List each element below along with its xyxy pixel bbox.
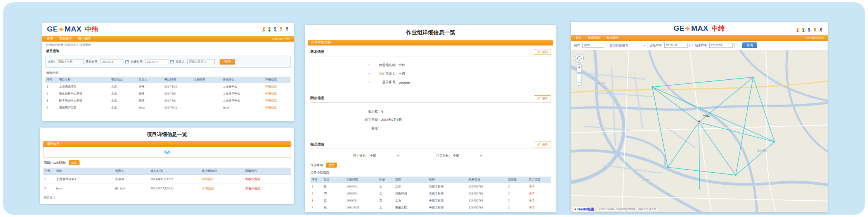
store-name-select[interactable]: 全部▼: [451, 153, 484, 158]
table-row: 2南京创新中心测试北京张伟2017/7/6上海技术中心详细信息: [45, 90, 291, 97]
end-date-input[interactable]: [145, 59, 168, 64]
nav-item-users[interactable]: 用户管理: [78, 37, 90, 41]
edit-basic-button[interactable]: 编辑: [534, 49, 551, 55]
column-header: 开始时间: [163, 77, 192, 83]
field-row: 备注:--: [353, 126, 551, 131]
table-cell: 4: [310, 204, 322, 211]
map-track-label: 中纬1: [703, 114, 710, 118]
table-row: 4测试用户信息北京leica2017/7/11leica详细信息: [45, 104, 291, 111]
chevron-down-icon[interactable]: [163, 150, 172, 154]
calendar-icon[interactable]: [170, 60, 174, 63]
basic-info-section: 基本信息 编辑 *作业组名称:中伟 *小组负责人:中伟 *登录帐号:geomax: [310, 49, 551, 92]
table-link[interactable]: 详情: [528, 206, 534, 209]
table-cell: 北京: [110, 104, 138, 111]
panel-workgroup-detail: 作业组详细信息一览 用户详细信息 基本信息 编辑 *作业组名称:中伟 *小组负责…: [305, 25, 556, 212]
table-cell: 中级工程师: [428, 197, 468, 204]
table-link[interactable]: 详细信息: [265, 106, 277, 109]
add-button[interactable]: 添加: [69, 160, 80, 165]
project-info-bar: 项目信息: [43, 141, 291, 147]
end-label: 结束时间:: [695, 44, 707, 47]
table-header-row: 序号姓名出生日期性别籍贯职称联系电话仪器数员工信息: [310, 177, 551, 183]
instrument-icon: [273, 27, 277, 32]
map-zoom-control[interactable]: [575, 54, 584, 89]
table-row: 1上海测试项目1张凌风2014年11月29日详细信息查看作业组: [43, 175, 291, 184]
select-value: 全部仪器编号: [610, 43, 628, 47]
table-link[interactable]: 详细信息: [202, 177, 214, 181]
table-link[interactable]: 详细信息: [265, 99, 277, 102]
page-title: 作业组详细信息一览: [305, 25, 556, 40]
map-label: 嘉定区: [598, 81, 606, 85]
user-status-select[interactable]: 全部▼: [368, 153, 401, 158]
edit-extra-button[interactable]: 编辑: [534, 95, 551, 101]
instrument-icon: [262, 27, 266, 32]
table-cell: 1978/7/1: [345, 190, 378, 197]
chevron-down-icon: ▼: [397, 154, 399, 157]
table-cell: 女: [378, 204, 394, 211]
required-mark: *: [369, 72, 370, 76]
column-header: 员工信息: [527, 177, 551, 183]
page-title: 项目详细信息一览: [40, 128, 294, 141]
table-cell: 1979/5/1: [345, 197, 378, 204]
section-title: 组员信息: [310, 142, 324, 147]
panel-track-map: GE MAX 中纬 首页 轨迹查询 数据管理 轨迹回放查询 用户: 全部仪器编号…: [571, 22, 828, 212]
start-label: 开始时间:: [86, 60, 98, 64]
start-date-input[interactable]: [100, 59, 123, 64]
table-cell: 详细信息: [264, 104, 291, 111]
owner-input[interactable]: [187, 59, 215, 64]
project-name-input[interactable]: [57, 59, 84, 64]
track-marker[interactable]: [698, 120, 700, 122]
field-value: 中伟: [398, 72, 405, 76]
table-link[interactable]: 查看作业组: [245, 187, 260, 190]
logo-cn-text: 中纬: [85, 25, 98, 34]
device-select[interactable]: 全部仪器编号▼: [608, 43, 648, 48]
nav-item-data[interactable]: 数据管理: [606, 36, 619, 40]
calendar-icon[interactable]: [125, 60, 129, 63]
map-viewport[interactable]: 嘉定区 浦东新区 闵行区 中纬1 ● Baidu地: [571, 50, 828, 212]
calendar-icon[interactable]: [735, 44, 738, 47]
nav-item-projects[interactable]: 项目管理: [59, 37, 72, 41]
table-cell: 2016年07月24日: [149, 184, 201, 193]
nav-section-label: 轨迹回放查询: [806, 36, 824, 40]
logo-text: GE: [47, 25, 58, 33]
project-detail-table: 序号名称负责人成立时间作业组信息项目操作1上海测试项目1张凌风2014年11月2…: [43, 168, 291, 193]
member-query-button[interactable]: 查询: [326, 163, 337, 168]
table-link[interactable]: 详细信息: [202, 187, 214, 190]
field-row: *作业组名称:中伟: [369, 63, 551, 68]
main-nav: 首页 轨迹查询 数据管理 轨迹回放查询: [571, 35, 828, 41]
nav-item-track[interactable]: 轨迹查询: [588, 36, 600, 40]
table-link[interactable]: 详情: [528, 199, 534, 202]
nav-item-home[interactable]: 首页: [47, 37, 53, 41]
site-header: GE MAX 中纬: [571, 22, 828, 35]
section-header: 附加信息 编辑: [310, 95, 551, 103]
project-search-form: 名称: 开始时间: 结束时间: 负责人: 查询: [45, 56, 291, 68]
start-date-input[interactable]: [664, 43, 688, 48]
table-cell: 1974/6/1: [345, 183, 378, 190]
track-search-button[interactable]: 查询: [742, 42, 757, 48]
instrument-icon: [279, 27, 283, 32]
table-link[interactable]: 详细信息: [265, 85, 277, 88]
logo-text: MAX: [691, 24, 708, 33]
nav-item-home[interactable]: 首页: [575, 36, 582, 40]
table-link[interactable]: 查看作业组: [245, 177, 260, 181]
search-button[interactable]: 查询: [220, 59, 235, 65]
table-link[interactable]: 详情: [528, 185, 534, 188]
table-cell: 2017/7/6: [163, 90, 192, 97]
table-header-row: 序号项目名称项目地点负责人开始时间结束时间作业单位详细信息: [45, 77, 291, 83]
calendar-icon[interactable]: [690, 44, 693, 47]
table-cell: 详情: [527, 204, 551, 211]
edit-members-button[interactable]: 编辑: [534, 142, 551, 147]
column-header: 姓名: [322, 177, 345, 183]
table-cell: 详情: [527, 190, 551, 197]
section-title: 附加信息: [310, 96, 324, 101]
table-link[interactable]: 详细信息: [265, 92, 277, 95]
nav-account-label: GeoMax 中纬: [272, 37, 290, 41]
end-date-input[interactable]: [709, 43, 733, 48]
field-row: *小组负责人:中伟: [369, 72, 551, 76]
table-cell: 2017/7/11: [163, 104, 192, 111]
user-input[interactable]: [582, 43, 604, 48]
user-label: 用户:: [574, 44, 580, 47]
query-label: 作业查询:: [310, 163, 324, 167]
table-link[interactable]: 详情: [528, 192, 534, 195]
paging-note: 翻页提示: [40, 193, 294, 202]
table-cell: 121456789: [467, 183, 507, 190]
